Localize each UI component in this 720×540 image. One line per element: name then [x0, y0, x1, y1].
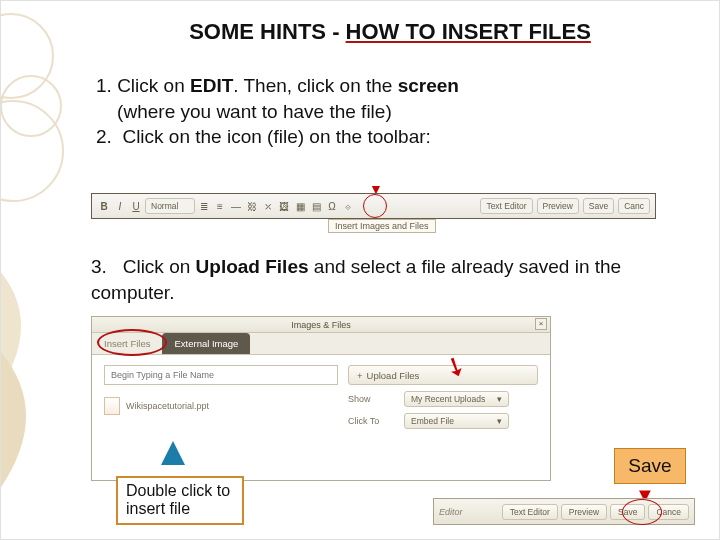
- chevron-down-icon: ▾: [497, 416, 502, 426]
- text-editor-button[interactable]: Text Editor: [480, 198, 532, 214]
- link-icon[interactable]: ⛓: [245, 199, 259, 213]
- media-icon[interactable]: ▦: [293, 199, 307, 213]
- clickto-label: Click To: [348, 416, 396, 426]
- editor-toolbar-screenshot: ▼ B I U Normal ≣ ≡ — ⛓ ⤫ 🖼 ▦ ▤ Ω ⟐ Text …: [91, 183, 656, 235]
- preview-button[interactable]: Preview: [537, 198, 579, 214]
- toolbar-bar: B I U Normal ≣ ≡ — ⛓ ⤫ 🖼 ▦ ▤ Ω ⟐ Text Ed…: [91, 193, 656, 219]
- svg-point-0: [1, 14, 53, 98]
- cancel-button-2[interactable]: Cance: [648, 504, 689, 520]
- svg-point-1: [1, 76, 61, 136]
- italic-icon[interactable]: I: [113, 199, 127, 213]
- teal-arrow-up-icon: [161, 441, 185, 465]
- style-select[interactable]: Normal: [145, 198, 195, 214]
- clickto-select[interactable]: Embed File▾: [404, 413, 509, 429]
- instruction-step-3: 3. Click on Upload Files and select a fi…: [91, 254, 644, 305]
- slide: SOME HINTS - HOW TO INSERT FILES 1. Clic…: [0, 0, 720, 540]
- editor-toolbar-bottom: Editor Text Editor Preview Save Cance: [433, 498, 695, 525]
- filename-input[interactable]: [104, 365, 338, 385]
- file-name: Wikispacetutorial.ppt: [126, 401, 209, 411]
- filename-search-row: [104, 365, 338, 385]
- images-files-dialog: Images & Files × Insert Files External I…: [91, 316, 551, 481]
- save-button-2[interactable]: Save: [610, 504, 645, 520]
- bold-icon[interactable]: B: [97, 199, 111, 213]
- ppt-file-icon: [104, 397, 120, 415]
- underline-icon[interactable]: U: [129, 199, 143, 213]
- title-main: HOW TO INSERT FILES: [346, 19, 591, 44]
- unlink-icon[interactable]: ⤫: [261, 199, 275, 213]
- insert-files-tooltip: Insert Images and Files: [328, 219, 436, 233]
- editor-label: Editor: [439, 507, 463, 517]
- insert-file-icon[interactable]: 🖼: [277, 199, 291, 213]
- table-icon[interactable]: ▤: [309, 199, 323, 213]
- special-char-icon[interactable]: Ω: [325, 199, 339, 213]
- chevron-down-icon: ▾: [497, 394, 502, 404]
- instruction-step-1-2: 1. Click on EDIT. Then, click on the scr…: [96, 73, 674, 150]
- dialog-title: Images & Files ×: [92, 317, 550, 333]
- plus-icon: +: [357, 370, 363, 381]
- preview-button-2[interactable]: Preview: [561, 504, 607, 520]
- page-title: SOME HINTS - HOW TO INSERT FILES: [91, 19, 689, 45]
- dialog-tabs: Insert Files External Image: [92, 333, 550, 355]
- save-button[interactable]: Save: [583, 198, 614, 214]
- file-item[interactable]: Wikispacetutorial.ppt: [104, 397, 338, 415]
- hr-icon[interactable]: —: [229, 199, 243, 213]
- double-click-callout: Double click to insert file: [116, 476, 244, 525]
- cancel-button[interactable]: Canc: [618, 198, 650, 214]
- bullet-list-icon[interactable]: ≣: [197, 199, 211, 213]
- show-label: Show: [348, 394, 396, 404]
- svg-point-2: [1, 101, 63, 201]
- show-select[interactable]: My Recent Uploads▾: [404, 391, 509, 407]
- tab-insert-files[interactable]: Insert Files: [92, 333, 162, 354]
- title-prefix: SOME HINTS -: [189, 19, 345, 44]
- code-icon[interactable]: ⟐: [341, 199, 355, 213]
- background-decoration: [1, 1, 91, 540]
- numbered-list-icon[interactable]: ≡: [213, 199, 227, 213]
- close-icon[interactable]: ×: [535, 318, 547, 330]
- tab-external-image[interactable]: External Image: [162, 333, 250, 354]
- text-editor-button-2[interactable]: Text Editor: [502, 504, 558, 520]
- save-callout: Save: [614, 448, 686, 484]
